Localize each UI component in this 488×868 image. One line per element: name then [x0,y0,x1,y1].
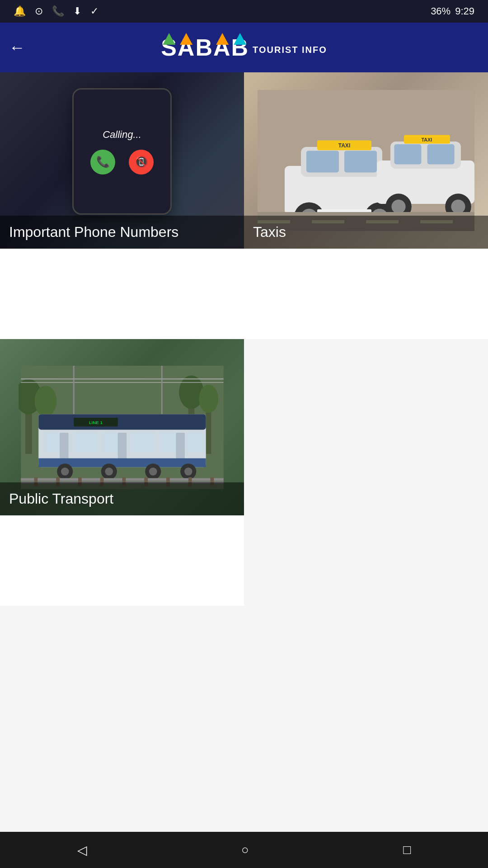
call-buttons: 📞 📵 [90,150,154,175]
tile-important-phone-numbers[interactable]: Calling... 📞 📵 Important Phone Numbers [0,72,244,249]
empty-bottom-right [244,339,488,606]
drop-b2-icon [234,33,246,45]
tile-label-taxis: Taxis [244,216,488,249]
svg-point-38 [199,384,218,412]
nav-home-button[interactable]: ○ [241,843,249,857]
logo-b2: B [231,34,249,61]
svg-text:TAXI: TAXI [422,137,432,142]
phone-forward-icon: 📞 [52,5,64,17]
download-icon: ⬇ [73,5,81,17]
svg-point-60 [61,467,69,476]
svg-point-62 [105,467,113,476]
tile-label-public-transport: Public Transport [0,482,244,515]
svg-point-34 [34,385,56,416]
clock: 9:29 [455,5,474,17]
svg-point-64 [149,467,157,476]
battery-level: 36% [431,5,450,17]
tourist-info-label: TOURIST INFO [253,45,327,55]
android-nav-bar: ◁ ○ □ [0,832,488,868]
svg-point-66 [184,467,192,476]
status-bar-right: 36% 9:29 [431,5,474,17]
svg-text:LINE 1: LINE 1 [89,420,103,425]
svg-rect-50 [74,433,98,453]
logo-s: S [161,34,178,61]
circle-icon: ⊙ [35,5,43,17]
tile-label-phone: Important Phone Numbers [0,216,244,249]
empty-space [0,606,488,832]
phone-mockup: Calling... 📞 📵 [72,88,172,215]
tile-taxis[interactable]: TAXI 70402 [244,72,488,249]
svg-rect-3 [306,151,339,172]
header: ← S A B A B TOURIST INFO [0,23,488,72]
bell-icon: 🔔 [14,5,26,17]
svg-point-24 [451,199,465,213]
accept-call-icon: 📞 [90,150,115,175]
nav-recents-button[interactable]: □ [403,843,411,857]
svg-text:TAXI: TAXI [338,142,350,149]
drop-a1-icon [180,33,193,45]
svg-rect-4 [344,151,377,172]
status-bar-left: 🔔 ⊙ 📞 ⬇ ✓ [14,5,99,17]
logo-container: S A B A B TOURIST INFO [161,34,327,61]
nav-back-button[interactable]: ◁ [77,843,87,858]
svg-point-22 [391,199,405,213]
logo-a2: A [213,34,231,61]
calling-text: Calling... [103,129,141,141]
logo: S A B A B [161,34,249,61]
svg-rect-52 [131,433,155,453]
check-icon: ✓ [90,5,99,17]
drop-s-icon [163,33,176,45]
tile-public-transport[interactable]: LINE 1 [0,339,244,515]
status-bar: 🔔 ⊙ 📞 ⬇ ✓ 36% 9:29 [0,0,488,23]
svg-rect-17 [394,144,421,164]
logo-b1: B [195,34,213,61]
logo-a1: A [178,34,196,61]
drop-a2-icon [216,33,229,45]
decline-call-icon: 📵 [129,150,154,175]
svg-rect-54 [186,433,203,453]
back-button[interactable]: ← [9,38,25,57]
svg-rect-18 [427,144,455,164]
svg-rect-46 [38,414,206,429]
taxi-car-svg: TAXI 70402 [256,90,476,231]
tram-svg: LINE 1 [19,366,226,489]
category-grid: Calling... 📞 📵 Important Phone Numbers [0,72,488,606]
